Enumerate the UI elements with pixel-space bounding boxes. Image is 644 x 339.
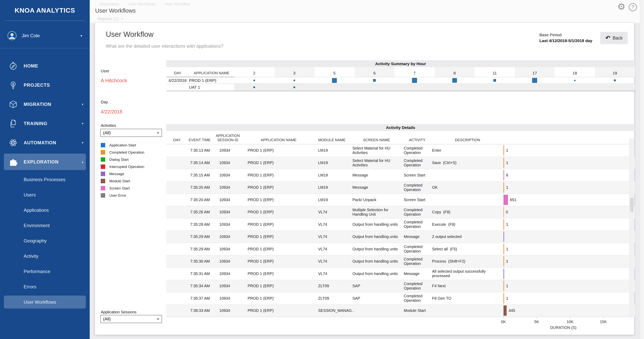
table-row[interactable]: 7:35:26 AM10934PROD 1 (ERP)VL74Multiple … bbox=[166, 206, 635, 218]
duration-bar[interactable] bbox=[504, 145, 504, 156]
table-row[interactable]: 7:35:28 AM10934PROD 1 (ERP)VL74Output fr… bbox=[166, 218, 635, 231]
sidebar-item-home[interactable]: HOME bbox=[0, 56, 90, 76]
window-scrollbar[interactable] bbox=[640, 0, 644, 339]
duration-bar[interactable] bbox=[504, 207, 504, 217]
activity-mark[interactable] bbox=[373, 79, 376, 82]
sidebar-item-geography[interactable]: Geography bbox=[0, 233, 90, 248]
sidebar-item-environment[interactable]: Environment bbox=[0, 218, 90, 233]
atom-icon bbox=[8, 138, 18, 147]
sidebar-item-errors[interactable]: Errors bbox=[0, 279, 90, 294]
activities-select[interactable]: (All) ▼ bbox=[100, 129, 162, 137]
table-row[interactable]: 7:35:13 AM10934PROD 1 (ERP)LM19Select Ma… bbox=[166, 144, 635, 157]
axis-tick-label: 5K bbox=[534, 319, 539, 324]
duration-bar[interactable] bbox=[504, 170, 504, 180]
sidebar-item-training[interactable]: TRAINING▼ bbox=[0, 114, 90, 133]
activity-mark[interactable] bbox=[294, 80, 295, 81]
duration-value: 1 bbox=[506, 247, 508, 251]
duration-bar[interactable] bbox=[504, 158, 504, 168]
sessions-select[interactable]: (All) ▼ bbox=[100, 315, 162, 323]
sidebar-item-migration[interactable]: MIGRATION▼ bbox=[0, 95, 90, 114]
sidebar-item-user-workflows[interactable]: User Workflows bbox=[0, 294, 90, 310]
reports-dropdown[interactable]: Reports (1) ▼ bbox=[98, 16, 123, 21]
details-header-day: DAY bbox=[166, 131, 188, 144]
summary-row[interactable]: UAT 1 bbox=[166, 84, 635, 91]
cell-event-time: 7:35:20 AM bbox=[188, 182, 212, 194]
activity-mark[interactable] bbox=[254, 87, 255, 88]
gear-icon[interactable]: ⚙ bbox=[617, 2, 626, 11]
duration-bar[interactable] bbox=[504, 244, 504, 254]
back-button[interactable]: ↶ Back bbox=[600, 32, 628, 44]
activity-mark[interactable] bbox=[532, 78, 537, 83]
duration-value: 6 bbox=[506, 173, 508, 177]
table-row[interactable]: 7:35:34 AM10934PROD 1 (ERP)ZLT09SAPCompl… bbox=[166, 280, 635, 292]
table-row[interactable]: 7:35:29 AM10934PROD 1 (ERP)VL74Output fr… bbox=[166, 231, 635, 243]
table-row[interactable]: 7:39:33 AM10934PROD 1 (ERP)SESSION_MANAG… bbox=[166, 304, 635, 317]
cell-activity: Completed Operation bbox=[402, 218, 432, 231]
legend-item-user-error[interactable]: User Error bbox=[101, 192, 144, 199]
activity-mark[interactable] bbox=[412, 78, 417, 83]
sidebar-item-label: MIGRATION bbox=[24, 102, 81, 107]
activity-mark[interactable] bbox=[294, 87, 295, 88]
legend-item-screen-start[interactable]: Screen Start bbox=[101, 185, 144, 192]
sidebar-item-applications[interactable]: Applications bbox=[0, 202, 90, 218]
sidebar-item-exploration[interactable]: EXPLORATION▲ bbox=[0, 152, 90, 171]
cell-session-id: 10934 bbox=[212, 231, 244, 243]
duration-value: 1 bbox=[506, 185, 508, 190]
table-row[interactable]: 7:35:14 AM10934PROD 1 (ERP)LM19Select Ma… bbox=[166, 157, 635, 169]
report-subtitle: What are the detailed user interactions … bbox=[106, 44, 224, 49]
cell-session-id: 10934 bbox=[212, 243, 244, 255]
duration-bar[interactable] bbox=[504, 195, 508, 205]
legend-item-completed-operation[interactable]: Completed Operation bbox=[101, 149, 144, 156]
table-row[interactable]: 7:35:20 AM10934PROD 1 (ERP)LM19MessageCo… bbox=[166, 181, 635, 194]
table-row[interactable]: 7:35:31 AM10934PROD 1 (ERP)VL74Output fr… bbox=[166, 267, 635, 280]
summary-hour-header: 18 bbox=[555, 67, 595, 77]
legend-item-interrupted-operation[interactable]: Interrupted Operation bbox=[101, 163, 144, 170]
duration-bar[interactable] bbox=[504, 182, 504, 193]
duration-bar[interactable] bbox=[504, 219, 504, 230]
table-scrollbar[interactable] bbox=[629, 138, 634, 317]
duration-bar[interactable] bbox=[504, 305, 507, 316]
activity-mark[interactable] bbox=[494, 79, 496, 82]
cell-application-name: PROD 1 (ERP) bbox=[244, 169, 314, 181]
cell-application-name: PROD 1 (ERP) bbox=[244, 157, 314, 169]
duration-bar[interactable] bbox=[504, 232, 504, 242]
summary-hour-header: 5 bbox=[314, 67, 354, 77]
sidebar-item-users[interactable]: Users bbox=[0, 187, 90, 202]
duration-bar[interactable] bbox=[504, 256, 504, 266]
legend-item-module-start[interactable]: Module Start bbox=[101, 177, 144, 185]
table-row[interactable]: 7:35:37 AM10934PROD 1 (ERP)ZLT09SAPCompl… bbox=[166, 292, 635, 304]
breadcrumb-item-user-workflow[interactable]: User Workflow bbox=[165, 2, 190, 7]
legend-item-application-start[interactable]: Application Start bbox=[101, 142, 144, 149]
legend-label: Message bbox=[109, 172, 124, 176]
activity-mark[interactable] bbox=[574, 80, 576, 81]
activity-mark[interactable] bbox=[614, 80, 616, 81]
breadcrumb-item-user-workflows[interactable]: User Workflows bbox=[128, 2, 156, 7]
table-row[interactable]: 7:35:29 AM10934PROD 1 (ERP)VL74Output fr… bbox=[166, 243, 635, 255]
duration-bar[interactable] bbox=[504, 293, 504, 303]
docs-icon bbox=[8, 119, 18, 128]
table-row[interactable]: 7:35:30 AM10934PROD 1 (ERP)VL74Output fr… bbox=[166, 255, 635, 268]
details-header-time: EVENT TIME bbox=[188, 131, 212, 144]
duration-bar[interactable] bbox=[504, 269, 504, 279]
scrollbar-thumb[interactable] bbox=[630, 198, 634, 212]
legend-item-message[interactable]: Message bbox=[101, 170, 144, 177]
user-menu[interactable]: Jim Cole ▼ bbox=[0, 28, 90, 43]
sidebar-item-business-processes[interactable]: Business Processes bbox=[0, 172, 90, 187]
activity-mark[interactable] bbox=[452, 78, 457, 83]
activity-mark[interactable] bbox=[254, 80, 255, 81]
activity-mark[interactable] bbox=[332, 78, 337, 83]
summary-row[interactable]: 4/22/2018PROD 1 (ERP) bbox=[166, 77, 635, 84]
cell-description: Process (Shift+F2) bbox=[432, 255, 503, 268]
sidebar-divider bbox=[0, 48, 90, 48]
sidebar-item-automation[interactable]: AUTOMATION▼ bbox=[0, 133, 90, 152]
sidebar-item-performance[interactable]: Performance bbox=[0, 264, 90, 279]
legend-item-dialog-start[interactable]: Dialog Start bbox=[101, 156, 144, 163]
legend-label: User Error bbox=[109, 193, 126, 198]
sidebar-item-activity[interactable]: Activity bbox=[0, 248, 90, 264]
table-row[interactable]: 7:35:20 AM10934PROD 1 (ERP)LM19Pack/ Unp… bbox=[166, 194, 635, 206]
help-icon[interactable]: ? bbox=[629, 3, 637, 11]
table-row[interactable]: 7:35:15 AM10934PROD 1 (ERP)LM19MessageSc… bbox=[166, 169, 635, 181]
sidebar-item-projects[interactable]: PROJECTS bbox=[0, 76, 90, 95]
breadcrumb-item-exploration[interactable]: Exploration bbox=[100, 2, 119, 7]
duration-bar[interactable] bbox=[504, 281, 504, 291]
